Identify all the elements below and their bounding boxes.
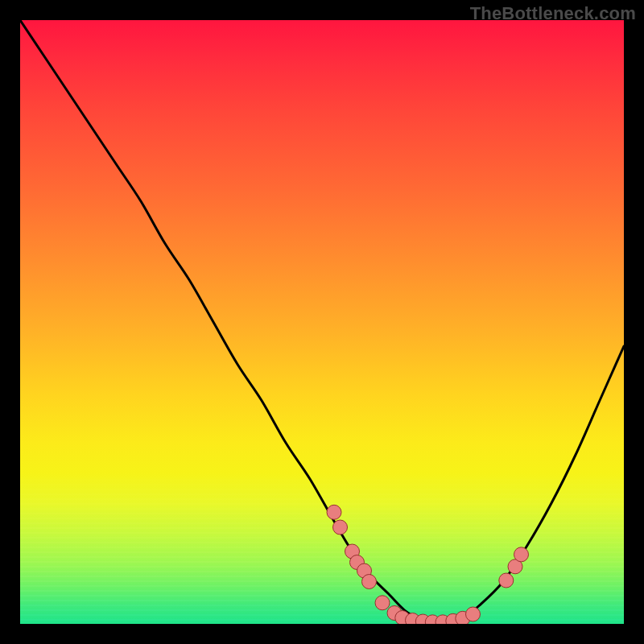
data-marker: [327, 505, 341, 519]
plot-area: [20, 20, 624, 624]
curve-svg: [20, 20, 624, 624]
data-marker: [514, 547, 529, 562]
watermark-text: TheBottleneck.com: [470, 3, 636, 24]
marker-layer: [327, 505, 529, 624]
data-marker: [499, 573, 514, 588]
data-marker: [333, 520, 348, 535]
chart-stage: TheBottleneck.com: [0, 0, 644, 644]
data-marker: [466, 607, 481, 621]
data-marker: [375, 596, 390, 610]
bottleneck-curve: [20, 20, 624, 624]
data-marker: [362, 575, 377, 589]
